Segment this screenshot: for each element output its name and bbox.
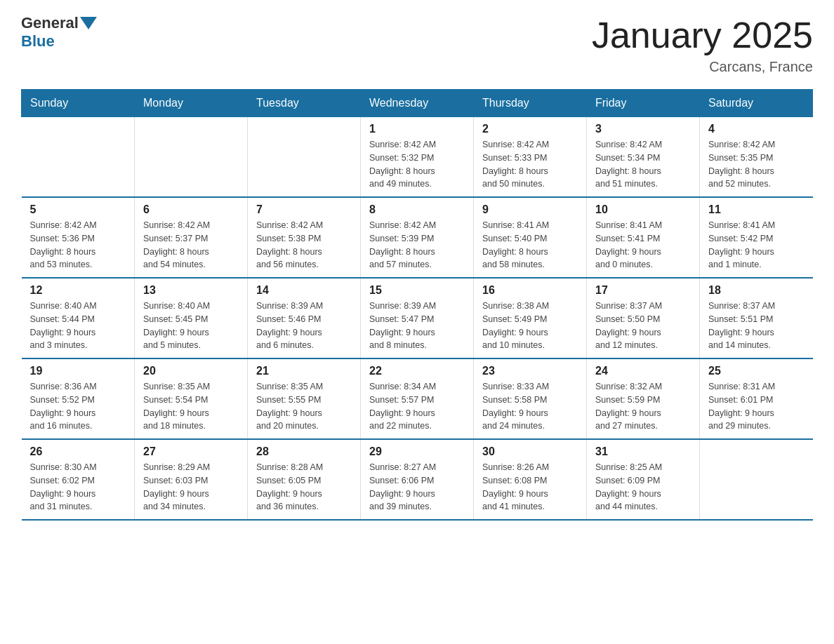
day-number: 25 <box>708 365 805 377</box>
day-info: Sunrise: 8:42 AM Sunset: 5:36 PM Dayligh… <box>30 219 126 271</box>
day-info: Sunrise: 8:40 AM Sunset: 5:45 PM Dayligh… <box>143 300 239 352</box>
day-info: Sunrise: 8:31 AM Sunset: 6:01 PM Dayligh… <box>708 380 805 433</box>
day-info: Sunrise: 8:42 AM Sunset: 5:35 PM Dayligh… <box>708 138 805 191</box>
calendar-cell: 9Sunrise: 8:41 AM Sunset: 5:40 PM Daylig… <box>474 197 587 278</box>
calendar-cell: 30Sunrise: 8:26 AM Sunset: 6:08 PM Dayli… <box>474 439 587 520</box>
logo-blue-text: Blue <box>21 32 55 51</box>
day-number: 2 <box>482 123 578 135</box>
day-number: 18 <box>708 284 805 297</box>
day-info: Sunrise: 8:42 AM Sunset: 5:39 PM Dayligh… <box>369 219 465 271</box>
calendar-week-row: 5Sunrise: 8:42 AM Sunset: 5:36 PM Daylig… <box>22 197 813 278</box>
day-info: Sunrise: 8:42 AM Sunset: 5:33 PM Dayligh… <box>482 138 578 191</box>
calendar-day-header: Friday <box>587 90 700 117</box>
day-number: 28 <box>256 445 352 458</box>
day-info: Sunrise: 8:35 AM Sunset: 5:54 PM Dayligh… <box>143 380 239 433</box>
day-number: 27 <box>143 445 239 458</box>
calendar-cell: 17Sunrise: 8:37 AM Sunset: 5:50 PM Dayli… <box>587 278 700 358</box>
calendar-subtitle: Carcans, France <box>592 59 813 75</box>
day-info: Sunrise: 8:42 AM Sunset: 5:32 PM Dayligh… <box>369 138 465 191</box>
calendar-cell: 3Sunrise: 8:42 AM Sunset: 5:34 PM Daylig… <box>587 117 700 198</box>
title-block: January 2025 Carcans, France <box>592 14 813 75</box>
day-info: Sunrise: 8:42 AM Sunset: 5:34 PM Dayligh… <box>595 138 691 191</box>
calendar-cell: 2Sunrise: 8:42 AM Sunset: 5:33 PM Daylig… <box>474 117 587 198</box>
day-number: 3 <box>595 123 691 135</box>
day-number: 20 <box>143 365 239 377</box>
calendar-cell <box>248 117 361 198</box>
calendar-day-header: Tuesday <box>248 90 361 117</box>
logo: General Blue <box>21 14 97 51</box>
day-info: Sunrise: 8:37 AM Sunset: 5:51 PM Dayligh… <box>708 300 805 352</box>
calendar-cell: 4Sunrise: 8:42 AM Sunset: 5:35 PM Daylig… <box>700 117 813 198</box>
calendar-cell: 23Sunrise: 8:33 AM Sunset: 5:58 PM Dayli… <box>474 358 587 439</box>
day-number: 30 <box>482 445 578 458</box>
calendar-cell: 11Sunrise: 8:41 AM Sunset: 5:42 PM Dayli… <box>700 197 813 278</box>
day-info: Sunrise: 8:29 AM Sunset: 6:03 PM Dayligh… <box>143 461 239 514</box>
calendar-week-row: 26Sunrise: 8:30 AM Sunset: 6:02 PM Dayli… <box>22 439 813 520</box>
calendar-cell <box>135 117 248 198</box>
day-info: Sunrise: 8:26 AM Sunset: 6:08 PM Dayligh… <box>482 461 578 514</box>
calendar-day-header: Sunday <box>22 90 135 117</box>
day-info: Sunrise: 8:39 AM Sunset: 5:46 PM Dayligh… <box>256 300 352 352</box>
day-number: 26 <box>30 445 126 458</box>
calendar-cell: 8Sunrise: 8:42 AM Sunset: 5:39 PM Daylig… <box>361 197 474 278</box>
day-number: 5 <box>30 203 126 216</box>
calendar-cell: 22Sunrise: 8:34 AM Sunset: 5:57 PM Dayli… <box>361 358 474 439</box>
calendar-cell: 26Sunrise: 8:30 AM Sunset: 6:02 PM Dayli… <box>22 439 135 520</box>
day-info: Sunrise: 8:41 AM Sunset: 5:41 PM Dayligh… <box>595 219 691 271</box>
day-number: 29 <box>369 445 465 458</box>
calendar-day-header: Saturday <box>700 90 813 117</box>
day-info: Sunrise: 8:32 AM Sunset: 5:59 PM Dayligh… <box>595 380 691 433</box>
calendar-cell: 27Sunrise: 8:29 AM Sunset: 6:03 PM Dayli… <box>135 439 248 520</box>
calendar-cell: 10Sunrise: 8:41 AM Sunset: 5:41 PM Dayli… <box>587 197 700 278</box>
calendar-cell: 31Sunrise: 8:25 AM Sunset: 6:09 PM Dayli… <box>587 439 700 520</box>
day-info: Sunrise: 8:35 AM Sunset: 5:55 PM Dayligh… <box>256 380 352 433</box>
calendar-cell: 24Sunrise: 8:32 AM Sunset: 5:59 PM Dayli… <box>587 358 700 439</box>
calendar-cell: 15Sunrise: 8:39 AM Sunset: 5:47 PM Dayli… <box>361 278 474 358</box>
day-info: Sunrise: 8:36 AM Sunset: 5:52 PM Dayligh… <box>30 380 126 433</box>
day-number: 12 <box>30 284 126 297</box>
day-info: Sunrise: 8:27 AM Sunset: 6:06 PM Dayligh… <box>369 461 465 514</box>
day-number: 9 <box>482 203 578 216</box>
page-header: General Blue January 2025 Carcans, Franc… <box>21 14 813 75</box>
calendar-cell: 14Sunrise: 8:39 AM Sunset: 5:46 PM Dayli… <box>248 278 361 358</box>
day-info: Sunrise: 8:42 AM Sunset: 5:38 PM Dayligh… <box>256 219 352 271</box>
calendar-day-header: Thursday <box>474 90 587 117</box>
calendar-cell: 13Sunrise: 8:40 AM Sunset: 5:45 PM Dayli… <box>135 278 248 358</box>
day-number: 4 <box>708 123 805 135</box>
calendar-cell <box>22 117 135 198</box>
day-info: Sunrise: 8:37 AM Sunset: 5:50 PM Dayligh… <box>595 300 691 352</box>
calendar-title: January 2025 <box>592 14 813 56</box>
day-info: Sunrise: 8:25 AM Sunset: 6:09 PM Dayligh… <box>595 461 691 514</box>
day-info: Sunrise: 8:41 AM Sunset: 5:42 PM Dayligh… <box>708 219 805 271</box>
calendar-week-row: 19Sunrise: 8:36 AM Sunset: 5:52 PM Dayli… <box>22 358 813 439</box>
logo-triangle-icon <box>80 17 97 29</box>
calendar-cell: 18Sunrise: 8:37 AM Sunset: 5:51 PM Dayli… <box>700 278 813 358</box>
day-number: 1 <box>369 123 465 135</box>
day-number: 7 <box>256 203 352 216</box>
calendar-cell: 25Sunrise: 8:31 AM Sunset: 6:01 PM Dayli… <box>700 358 813 439</box>
calendar-cell: 19Sunrise: 8:36 AM Sunset: 5:52 PM Dayli… <box>22 358 135 439</box>
calendar-cell: 29Sunrise: 8:27 AM Sunset: 6:06 PM Dayli… <box>361 439 474 520</box>
day-number: 8 <box>369 203 465 216</box>
day-info: Sunrise: 8:41 AM Sunset: 5:40 PM Dayligh… <box>482 219 578 271</box>
day-info: Sunrise: 8:40 AM Sunset: 5:44 PM Dayligh… <box>30 300 126 352</box>
day-number: 17 <box>595 284 691 297</box>
day-number: 24 <box>595 365 691 377</box>
day-info: Sunrise: 8:33 AM Sunset: 5:58 PM Dayligh… <box>482 380 578 433</box>
day-number: 6 <box>143 203 239 216</box>
logo-general-text: General <box>21 14 79 32</box>
day-number: 13 <box>143 284 239 297</box>
calendar-cell: 21Sunrise: 8:35 AM Sunset: 5:55 PM Dayli… <box>248 358 361 439</box>
day-info: Sunrise: 8:38 AM Sunset: 5:49 PM Dayligh… <box>482 300 578 352</box>
day-number: 16 <box>482 284 578 297</box>
day-number: 10 <box>595 203 691 216</box>
calendar-cell: 20Sunrise: 8:35 AM Sunset: 5:54 PM Dayli… <box>135 358 248 439</box>
calendar-week-row: 1Sunrise: 8:42 AM Sunset: 5:32 PM Daylig… <box>22 117 813 198</box>
calendar-cell: 5Sunrise: 8:42 AM Sunset: 5:36 PM Daylig… <box>22 197 135 278</box>
calendar-cell: 28Sunrise: 8:28 AM Sunset: 6:05 PM Dayli… <box>248 439 361 520</box>
calendar-day-header: Wednesday <box>361 90 474 117</box>
day-number: 23 <box>482 365 578 377</box>
calendar-cell <box>700 439 813 520</box>
calendar-cell: 6Sunrise: 8:42 AM Sunset: 5:37 PM Daylig… <box>135 197 248 278</box>
day-info: Sunrise: 8:28 AM Sunset: 6:05 PM Dayligh… <box>256 461 352 514</box>
